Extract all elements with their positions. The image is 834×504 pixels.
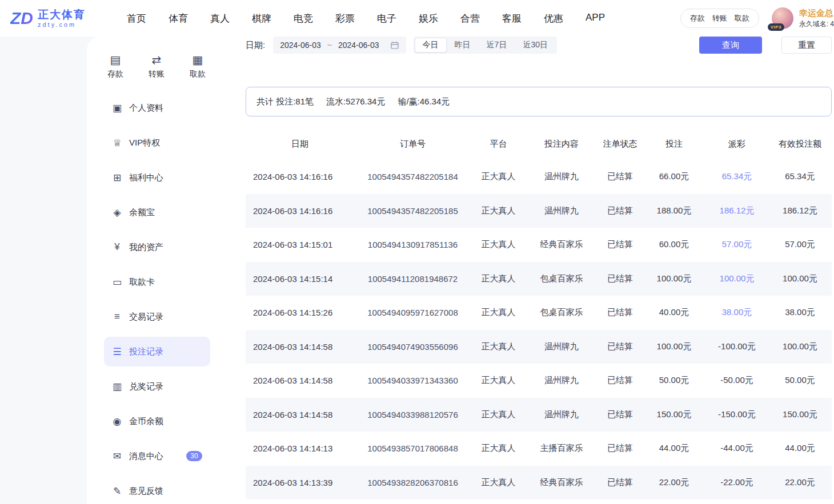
quick-range-button[interactable]: 昨日 [447, 38, 479, 53]
cell-bet: 150.00元 [643, 409, 705, 420]
date-range-picker[interactable]: 2024-06-03 ~ 2024-06-03 [273, 37, 406, 54]
vip-level-badge: VIP3 [768, 23, 784, 31]
cell-status: 已结算 [598, 409, 643, 420]
sidebar-item[interactable]: ▣ 个人资料 [104, 93, 210, 123]
unread-count-badge: 30 [186, 451, 202, 461]
column-header: 投注 [643, 139, 705, 150]
sidebar-item-label: 我的资产 [129, 242, 163, 253]
table-row[interactable]: 2024-06-03 14:14:13 1005493857017806848 … [246, 432, 832, 466]
sidebar-item[interactable]: ✎ 意见反馈 [104, 476, 210, 504]
date-separator: ~ [327, 41, 332, 50]
quick-action[interactable]: ▦ 取款 [184, 54, 211, 79]
gold-coin-icon: ◉ [111, 416, 123, 428]
deposit-icon: ▤ [110, 54, 121, 66]
sidebar-item-label: 金币余额 [129, 416, 163, 427]
cell-payout: 186.12元 [705, 205, 768, 216]
nav-item[interactable]: 彩票 [335, 12, 355, 25]
table-row[interactable]: 2024-06-03 14:14:58 1005494033988120576 … [246, 398, 832, 432]
sidebar-item[interactable]: ☰ 投注记录 [104, 337, 210, 366]
nav-item[interactable]: 优惠 [544, 12, 563, 25]
bet-records-icon: ☰ [111, 346, 123, 358]
sidebar-item[interactable]: ≡ 交易记录 [104, 302, 210, 332]
sidebar-item[interactable]: ▥ 兑奖记录 [104, 372, 210, 401]
cell-bet: 100.00元 [643, 341, 705, 352]
wallet-action[interactable]: 转账 [712, 13, 727, 23]
cell-status: 已结算 [598, 171, 643, 182]
table-row[interactable]: 2024-06-03 14:15:14 1005494112081948672 … [246, 262, 832, 296]
quick-range-button[interactable]: 近30日 [515, 38, 556, 53]
table-row[interactable]: 2024-06-03 14:16:16 1005494357482205184 … [246, 160, 832, 194]
cell-valid-bet: 57.00元 [768, 239, 832, 250]
cell-order-no: 1005494357482205185 [354, 206, 471, 216]
nav-item[interactable]: 首页 [127, 12, 146, 25]
nav-item[interactable]: 客服 [502, 12, 522, 25]
table-row[interactable]: 2024-06-03 14:16:16 1005494357482205185 … [246, 194, 832, 228]
message-icon: ✉ [111, 450, 123, 462]
sidebar-item[interactable]: ⊞ 福利中心 [104, 163, 210, 192]
cell-content: 包桌百家乐 [526, 307, 598, 318]
cell-date: 2024-06-03 14:14:58 [246, 342, 354, 352]
withdraw-icon: ▦ [193, 54, 203, 66]
main-content: 日期: 2024-06-03 ~ 2024-06-03 今日 昨日 [228, 37, 834, 504]
summary-bar: 共计 投注:81笔 流水:5276.34元 输/赢:46.34元 [246, 87, 832, 116]
cell-date: 2024-06-03 14:14:13 [246, 443, 354, 453]
cell-order-no: 1005494130917851136 [354, 240, 471, 249]
nav-item[interactable]: 棋牌 [252, 12, 271, 25]
cell-order-no: 1005494074903556096 [354, 342, 471, 352]
date-to-value[interactable]: 2024-06-03 [338, 41, 379, 50]
cell-date: 2024-06-03 14:16:16 [246, 172, 354, 182]
nav-item[interactable]: 电子 [377, 12, 396, 25]
query-button[interactable]: 查询 [699, 37, 762, 54]
sidebar-item-label: 取款卡 [129, 277, 155, 288]
nav-item[interactable]: 体育 [169, 12, 188, 25]
reset-button[interactable]: 重置 [781, 37, 832, 54]
vip-icon: ♕ [111, 137, 123, 149]
nav-item[interactable]: APP [586, 12, 605, 25]
cell-order-no: 1005494033971343360 [354, 376, 471, 385]
sidebar: ▤ 存款 ⇄ 转账 ▦ 取款 ▣ 个人资料 [87, 37, 228, 504]
date-from-value[interactable]: 2024-06-03 [280, 41, 321, 50]
cell-order-no: 1005494112081948672 [354, 274, 471, 284]
brand-logo[interactable]: ZD 正大体育 zdty.com [0, 9, 104, 28]
quick-action[interactable]: ⇄ 转账 [143, 54, 170, 79]
wallet-action[interactable]: 存款 [690, 13, 705, 23]
table-row[interactable]: 2024-06-03 14:14:58 1005494033971343360 … [246, 364, 832, 398]
permanent-domain-label: 永久域名: 4 [799, 19, 834, 29]
nav-item[interactable]: 真人 [210, 12, 230, 25]
wallet-action[interactable]: 取款 [735, 13, 749, 23]
sidebar-item[interactable]: ¥ 我的资产 [104, 232, 210, 262]
summary-segment: 流水:5276.34元 [326, 96, 385, 107]
quick-range-button[interactable]: 近7日 [479, 38, 515, 53]
table-header-row: 日期 订单号 平台 投注内容 注单状态 投注 派彩 有效投注额 [246, 128, 832, 160]
cell-valid-bet: 22.00元 [768, 477, 832, 488]
table-row[interactable]: 2024-06-03 14:13:39 1005493828206370816 … [246, 466, 832, 500]
table-row[interactable]: 2024-06-03 14:15:26 1005494095971627008 … [246, 296, 832, 330]
cell-content: 主播百家乐 [526, 443, 598, 454]
sidebar-item-label: 福利中心 [129, 172, 163, 183]
quick-action[interactable]: ▤ 存款 [102, 54, 129, 79]
cell-platform: 正大真人 [471, 443, 526, 454]
nav-item[interactable]: 合营 [460, 12, 480, 25]
nav-item[interactable]: 娱乐 [419, 12, 438, 25]
calendar-icon[interactable] [390, 41, 399, 50]
cell-platform: 正大真人 [471, 341, 526, 352]
sidebar-item[interactable]: ♕ VIP特权 [104, 128, 210, 158]
sidebar-item[interactable]: ✉ 消息中心 30 [104, 441, 210, 471]
quick-range-button[interactable]: 今日 [415, 38, 447, 53]
column-header: 平台 [471, 139, 526, 150]
quick-range-group: 今日 昨日 近7日 近30日 [414, 37, 557, 54]
nav-item[interactable]: 电竞 [294, 12, 313, 25]
column-header: 注单状态 [598, 139, 643, 150]
column-header: 日期 [246, 139, 354, 150]
table-row[interactable]: 2024-06-03 14:14:58 1005494074903556096 … [246, 330, 832, 364]
sidebar-item[interactable]: ◈ 余额宝 [104, 197, 210, 227]
sidebar-item[interactable]: ▭ 取款卡 [104, 267, 210, 297]
bet-records-table: 日期 订单号 平台 投注内容 注单状态 投注 派彩 有效投注额 [246, 128, 832, 499]
user-meta: 幸运金总 永久域名: 4 [799, 7, 834, 29]
sidebar-item-label: 个人资料 [129, 103, 163, 114]
avatar[interactable]: VIP3 [772, 7, 793, 29]
quick-action-label: 取款 [190, 69, 206, 79]
sidebar-item[interactable]: ◉ 金币余额 [104, 406, 210, 436]
table-row[interactable]: 2024-06-03 14:15:01 1005494130917851136 … [246, 228, 832, 262]
cell-platform: 正大真人 [471, 409, 526, 420]
